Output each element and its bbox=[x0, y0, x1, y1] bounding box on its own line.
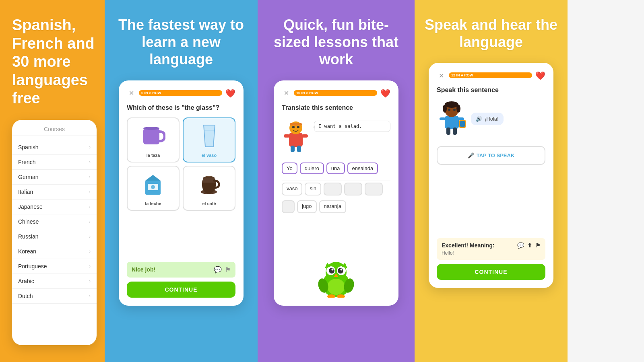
courses-header: Courses bbox=[12, 126, 97, 136]
flag-icon[interactable]: ⚑ bbox=[535, 242, 541, 249]
svg-rect-46 bbox=[460, 121, 465, 127]
streak-badge: 5 IN A ROW bbox=[139, 90, 222, 96]
close-button[interactable]: ✕ bbox=[437, 71, 446, 80]
svg-rect-34 bbox=[445, 116, 459, 129]
glass-illustration bbox=[195, 122, 223, 150]
word-chip-quiero[interactable]: quiero bbox=[300, 162, 324, 174]
arrow-icon: › bbox=[89, 219, 91, 224]
answer-chips: Yo quiero una ensalada bbox=[282, 162, 390, 174]
word-chip-sin[interactable]: sin bbox=[305, 183, 321, 195]
svg-rect-16 bbox=[284, 134, 290, 138]
character-svg bbox=[282, 117, 310, 154]
svg-point-40 bbox=[453, 109, 456, 111]
word-chip-una[interactable]: una bbox=[326, 162, 345, 174]
translate-phone: ✕ 10 IN A ROW ❤️ Translate this sentence bbox=[274, 80, 398, 306]
course-item-spanish[interactable]: Spanish › bbox=[12, 140, 97, 155]
answer-label-cafe: el café bbox=[202, 201, 216, 206]
quiz-phone: ✕ 5 IN A ROW ❤️ Which of these is "the g… bbox=[119, 80, 244, 306]
course-item-russian[interactable]: Russian › bbox=[12, 229, 97, 244]
tap-to-speak-box[interactable]: 🎤 TAP TO SPEAK bbox=[437, 146, 545, 165]
excellent-title-row: Excellent! Meaning: 💬 ⬆ ⚑ bbox=[442, 242, 541, 249]
answer-card-vaso[interactable]: el vaso bbox=[183, 117, 235, 162]
divider bbox=[282, 181, 390, 181]
panel-1-title: Spanish, French and 30 more languages fr… bbox=[12, 16, 97, 108]
coffee-illustration bbox=[195, 171, 223, 199]
course-item-french[interactable]: French › bbox=[12, 155, 97, 170]
owl-container bbox=[282, 259, 390, 298]
chat-icon[interactable]: 💬 bbox=[214, 266, 222, 274]
svg-point-12 bbox=[292, 126, 295, 128]
answer-label-vaso: el vaso bbox=[202, 153, 217, 158]
svg-rect-0 bbox=[143, 128, 159, 144]
panel-translate: Quick, fun bite-sized lessons that work … bbox=[258, 0, 415, 362]
svg-rect-17 bbox=[302, 134, 308, 138]
nice-job-text: Nice job! bbox=[132, 266, 155, 273]
tap-to-speak-label: TAP TO SPEAK bbox=[477, 152, 515, 158]
svg-rect-9 bbox=[289, 133, 303, 147]
mug-illustration bbox=[139, 122, 167, 150]
course-item-korean[interactable]: Korean › bbox=[12, 244, 97, 259]
arrow-icon: › bbox=[89, 204, 91, 210]
word-chip-jugo[interactable]: jugo bbox=[297, 200, 317, 213]
speak-phone: ✕ 12 IN A ROW ❤️ Speak this sentence bbox=[429, 63, 553, 288]
panel-4-title: Speak and hear the language bbox=[423, 16, 559, 51]
course-label: Italian bbox=[18, 189, 33, 195]
svg-rect-43 bbox=[440, 117, 446, 120]
continue-button[interactable]: CONTINUE bbox=[127, 282, 235, 298]
close-button[interactable]: ✕ bbox=[282, 89, 291, 98]
chat-icon[interactable]: 💬 bbox=[517, 242, 524, 249]
action-icons: 💬 ⚑ bbox=[214, 266, 231, 274]
course-label: Dutch bbox=[18, 293, 33, 299]
speak-question: Speak this sentence bbox=[437, 86, 545, 94]
course-item-chinese[interactable]: Chinese › bbox=[12, 214, 97, 229]
heart-icon: ❤️ bbox=[535, 71, 545, 80]
speak-top-bar: ✕ 12 IN A ROW ❤️ bbox=[437, 71, 545, 80]
flag-icon[interactable]: ⚑ bbox=[225, 266, 231, 274]
svg-point-13 bbox=[297, 126, 299, 128]
svg-point-23 bbox=[329, 268, 334, 274]
speak-text: ¡Hola! bbox=[485, 116, 499, 122]
course-item-arabic[interactable]: Arabic › bbox=[12, 274, 97, 289]
svg-point-38 bbox=[456, 105, 460, 113]
course-item-dutch[interactable]: Dutch › bbox=[12, 289, 97, 304]
word-bank: vaso sin bbox=[282, 183, 390, 195]
excellent-title-text: Excellent! Meaning: bbox=[442, 242, 494, 249]
continue-button[interactable]: CONTINUE bbox=[437, 264, 545, 280]
course-label: Japanese bbox=[18, 204, 43, 210]
answer-card-leche[interactable]: la leche bbox=[127, 166, 180, 211]
word-chip-naranja[interactable]: naranja bbox=[319, 200, 346, 213]
panel-quiz: The fastest way to learn a new language … bbox=[105, 0, 258, 362]
svg-rect-42 bbox=[453, 128, 457, 135]
share-icon[interactable]: ⬆ bbox=[527, 242, 532, 249]
answer-card-cafe[interactable]: el café bbox=[183, 166, 235, 211]
course-item-german[interactable]: German › bbox=[12, 170, 97, 185]
action-icons: 💬 ⬆ ⚑ bbox=[517, 242, 541, 249]
course-label: Russian bbox=[18, 233, 39, 240]
word-chip-ensalada[interactable]: ensalada bbox=[347, 162, 378, 174]
course-item-italian[interactable]: Italian › bbox=[12, 185, 97, 200]
answer-label-taza: la taza bbox=[147, 153, 160, 158]
heart-icon: ❤️ bbox=[225, 88, 235, 98]
word-bank-2: jugo naranja bbox=[282, 200, 390, 213]
svg-rect-41 bbox=[446, 128, 450, 135]
course-item-japanese[interactable]: Japanese › bbox=[12, 200, 97, 214]
close-button[interactable]: ✕ bbox=[127, 89, 136, 98]
svg-point-20 bbox=[327, 279, 345, 295]
speak-bubble: 🔊 ¡Hola! bbox=[471, 113, 504, 125]
svg-marker-2 bbox=[204, 125, 215, 147]
word-chip-vaso[interactable]: vaso bbox=[282, 183, 302, 195]
course-label: Spanish bbox=[18, 144, 39, 150]
mic-icon: 🎤 bbox=[468, 152, 474, 158]
answer-card-taza[interactable]: la taza bbox=[127, 117, 180, 162]
svg-rect-14 bbox=[291, 146, 295, 152]
speech-bubble: I want a salad. bbox=[314, 121, 390, 132]
svg-rect-11 bbox=[290, 123, 302, 125]
translate-question: Translate this sentence bbox=[282, 104, 390, 111]
speak-bubble-container: 🔊 ¡Hola! bbox=[471, 113, 504, 125]
course-item-portuguese[interactable]: Portuguese › bbox=[12, 259, 97, 274]
word-chip-yo[interactable]: Yo bbox=[282, 162, 297, 174]
quiz-question: Which of these is "the glass"? bbox=[127, 104, 235, 111]
course-label: Chinese bbox=[18, 218, 39, 225]
svg-point-39 bbox=[448, 109, 450, 111]
svg-point-37 bbox=[443, 105, 447, 113]
